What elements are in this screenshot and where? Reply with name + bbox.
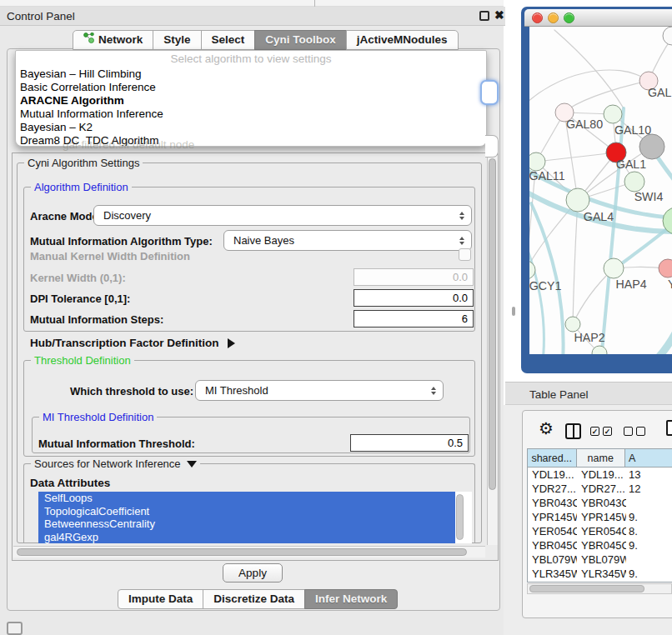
node-gal4[interactable] — [566, 188, 589, 212]
column-header-name[interactable]: name — [577, 449, 626, 467]
tab-style-label: Style — [163, 31, 190, 49]
data-attribute-item[interactable]: TopologicalCoefficient — [38, 505, 455, 518]
cyni-algorithm-settings-title: Cyni Algorithm Settings — [24, 157, 143, 169]
node-gcy1[interactable] — [529, 261, 535, 279]
mi-threshold-label: Mutual Information Threshold: — [38, 438, 195, 450]
gene-table-header: shared... name A — [528, 449, 672, 468]
tab-impute-data[interactable]: Impute Data — [118, 589, 203, 609]
algorithm-option[interactable]: Bayesian – K2 — [16, 121, 486, 134]
node-label: SWI4 — [634, 190, 664, 203]
node-gal10[interactable] — [604, 105, 622, 123]
table-cell: 9. — [626, 581, 672, 582]
minimize-traffic-light[interactable] — [548, 12, 559, 23]
node-gray[interactable] — [639, 134, 664, 159]
tab-style[interactable]: Style — [153, 30, 201, 50]
algorithm-option[interactable]: Bayesian – Hill Climbing — [16, 68, 486, 81]
float-window-icon[interactable] — [479, 11, 489, 21]
table-row[interactable]: YER054CYER054C8. — [528, 524, 672, 538]
table-row[interactable]: YBR045CYBR045C9. — [528, 538, 672, 552]
table-cell: YDL19... — [528, 468, 577, 482]
unchecked-box-icon[interactable] — [624, 427, 633, 436]
data-attribute-item[interactable]: SelfLoops — [38, 492, 455, 505]
network-window-titlebar[interactable] — [524, 9, 672, 27]
tab-cyni-toolbox[interactable]: Cyni Toolbox — [254, 30, 347, 50]
table-cell: YBR043C — [577, 496, 626, 510]
settings-vertical-scrollbar-thumb[interactable] — [489, 158, 496, 490]
table-cell: YER054C — [577, 524, 626, 538]
collapse-down-icon — [187, 461, 197, 468]
application-root: Control Panel ✖ Network Style Select Cyn… — [0, 0, 672, 635]
mi-steps-field[interactable]: 6 — [354, 310, 474, 328]
close-icon[interactable]: ✖ — [494, 8, 504, 22]
combo-arrows-icon — [459, 237, 464, 245]
network-edge — [569, 81, 649, 108]
table-horizontal-scrollbar-thumb[interactable] — [529, 585, 644, 592]
network-edge — [536, 152, 616, 162]
data-attributes-list[interactable]: SelfLoopsTopologicalCoefficientBetweenne… — [38, 492, 472, 543]
gene-table: shared... name A YDL19...YDL19...13YDR27… — [527, 448, 672, 582]
algorithm-option[interactable]: Mutual Information Inference — [16, 108, 486, 121]
list-scrollbar-thumb[interactable] — [456, 494, 464, 540]
mi-type-combobox[interactable]: Naive Bayes — [223, 230, 472, 251]
table-cell: 9. — [626, 538, 672, 552]
data-attribute-item[interactable]: BetweennessCentrality — [38, 518, 455, 531]
settings-horizontal-scrollbar-thumb[interactable] — [17, 548, 467, 556]
data-attribute-item[interactable]: gal4RGexp — [38, 531, 455, 544]
node-gal1[interactable] — [624, 172, 644, 192]
tab-network[interactable]: Network — [73, 30, 153, 50]
table-row[interactable]: YLR345WYLR345W9. — [528, 567, 672, 581]
node-gal11[interactable] — [529, 152, 545, 171]
table-row[interactable]: YDR27...YDR27...12 — [528, 482, 672, 496]
table-row[interactable]: YBL079WYBL079W — [528, 552, 672, 567]
table-cell — [626, 496, 672, 510]
hub-definition-expander[interactable]: Hub/Transcription Factor Definition — [30, 337, 235, 349]
algorithm-option[interactable]: Basic Correlation Inference — [16, 81, 486, 94]
apply-button[interactable]: Apply — [223, 563, 283, 582]
mi-threshold-field[interactable]: 0.5 — [350, 434, 469, 452]
collapsed-panel-icon[interactable] — [7, 622, 23, 635]
node-top-outline[interactable] — [663, 27, 672, 45]
node-label: HAP4 — [615, 278, 646, 291]
aracne-mode-combobox[interactable]: Discovery — [93, 205, 472, 226]
node-hap2[interactable] — [565, 317, 580, 332]
table-row[interactable]: YDL19...YDL19...13 — [528, 468, 672, 482]
node-hap4[interactable] — [604, 258, 624, 278]
dpi-tolerance-value: 0.0 — [453, 292, 468, 304]
split-pane-divider-handle[interactable] — [512, 307, 515, 316]
mi-steps-label: Mutual Information Steps: — [30, 313, 163, 326]
which-threshold-combobox[interactable]: MI Threshold — [195, 380, 444, 401]
gear-icon[interactable]: ⚙ — [539, 420, 554, 437]
table-cell: 13 — [626, 468, 672, 482]
network-canvas[interactable]: GALGAL80GAL10GAL1GAL11SWI4GAL4GCY1HAP4YH… — [529, 27, 672, 354]
mi-steps-value: 6 — [462, 312, 468, 325]
checked-box-icon[interactable]: ✓ — [603, 427, 612, 436]
kernel-width-field[interactable]: 0.0 — [354, 268, 474, 286]
sources-title: Sources for Network Inference — [34, 458, 181, 470]
tab-infer-network[interactable]: Infer Network — [304, 589, 398, 609]
node-salmon[interactable] — [659, 259, 672, 278]
algorithm-option[interactable]: Dream8 DC_TDC Algorithm — [16, 134, 486, 147]
document-icon[interactable] — [666, 420, 672, 436]
sources-title-row[interactable]: Sources for Network Inference — [31, 458, 200, 470]
table-row[interactable]: YPR145WYPR145W9. — [528, 510, 672, 524]
manual-kernel-checkbox[interactable] — [459, 248, 471, 261]
split-columns-icon[interactable] — [565, 423, 581, 439]
tab-jactivemnodules[interactable]: jActiveMNodules — [346, 30, 459, 50]
table-row[interactable]: YBR043CYBR043C — [528, 496, 672, 510]
node-label: GAL4 — [584, 210, 614, 223]
column-header-partial[interactable]: A — [625, 449, 672, 467]
table-cell: YDR27... — [577, 482, 626, 496]
table-cell: YPR145W — [577, 510, 626, 524]
checked-box-icon[interactable]: ✓ — [590, 427, 599, 436]
node-label: GAL11 — [529, 169, 565, 182]
zoom-traffic-light[interactable] — [564, 12, 574, 23]
table-row[interactable]: YIL052CYIL052C9. — [528, 581, 672, 582]
unchecked-box-icon[interactable] — [636, 427, 645, 436]
node-bottom[interactable] — [592, 346, 607, 354]
tab-discretize-data[interactable]: Discretize Data — [203, 589, 305, 609]
algorithm-option[interactable]: ARACNE Algorithm — [16, 94, 486, 108]
dpi-tolerance-field[interactable]: 0.0 — [354, 289, 474, 307]
tab-select[interactable]: Select — [201, 30, 256, 50]
column-header-shared-name[interactable]: shared... — [528, 449, 577, 467]
close-traffic-light[interactable] — [532, 12, 543, 23]
